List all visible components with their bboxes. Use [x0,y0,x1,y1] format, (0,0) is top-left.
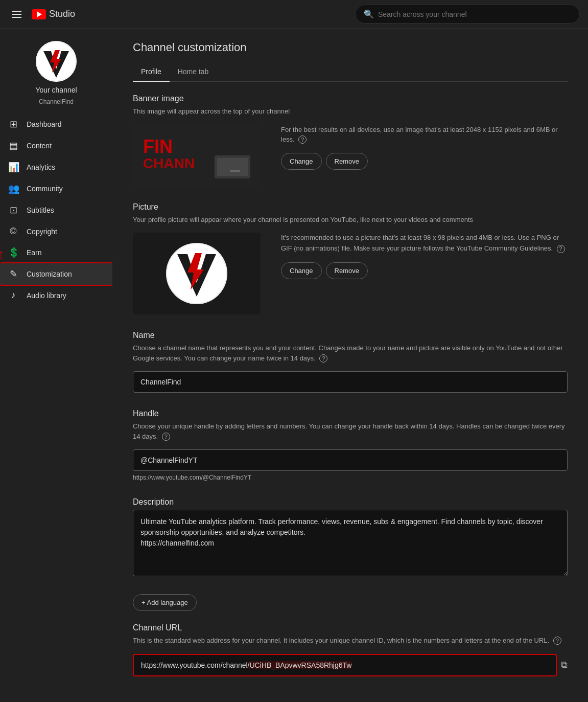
name-desc: Choose a channel name that represents yo… [133,343,568,363]
earn-icon: 💲 [8,247,18,258]
sidebar-channel-handle: ChannelFind [39,98,74,105]
copyright-icon: © [8,226,18,237]
channel-url-prefix: https://www.youtube.com/channel/ [141,661,249,669]
main-layout: Your channel ChannelFind ⊞ Dashboard ▤ C… [0,29,588,702]
avatar-image [36,41,77,82]
profile-svg [166,243,227,304]
sidebar-item-content[interactable]: ▤ Content [0,135,112,156]
sidebar-nav: ⊞ Dashboard ▤ Content 📊 Analytics 👥 Comm… [0,114,112,306]
channel-url-display: https://www.youtube.com/channel/UCiHB_BA… [133,654,557,676]
sidebar-channel-name: Your channel [35,86,77,94]
picture-btn-row: Change Remove [281,262,568,279]
handle-url: https://www.youtube.com/@ChannelFindYT [133,474,568,481]
picture-info-text: It's recommended to use a picture that's… [281,233,568,254]
sidebar-item-audio-library[interactable]: ♪ Audio library [0,285,112,306]
topbar: Studio 🔍 [0,0,588,29]
tab-profile[interactable]: Profile [133,62,170,82]
picture-title: Picture [133,202,568,212]
avatar [36,41,77,82]
sidebar-item-label: Community [27,185,63,193]
name-input[interactable] [133,371,568,393]
description-input[interactable]: Ultimate YouTube analytics platform. Tra… [133,510,568,576]
sidebar: Your channel ChannelFind ⊞ Dashboard ▤ C… [0,29,112,702]
channel-url-desc: This is the standard web address for you… [133,636,568,646]
description-section: Description Ultimate YouTube analytics p… [133,497,568,578]
banner-info-text: For the best results on all devices, use… [281,125,568,145]
page-title: Channel customization [133,41,568,54]
arrow-indicator: ↓ [0,248,5,264]
name-help-icon[interactable]: ? [319,354,327,363]
sidebar-item-earn[interactable]: 💲 Earn [0,242,112,263]
picture-info: It's recommended to use a picture that's… [281,233,568,279]
copy-icon[interactable]: ⧉ [561,660,568,670]
sidebar-item-copyright[interactable]: © Copyright [0,221,112,242]
banner-section: Banner image This image will appear acro… [133,94,568,186]
picture-desc: Your profile picture will appear where y… [133,215,568,225]
svg-text:CHANN: CHANN [143,155,195,171]
search-icon: 🔍 [364,9,374,19]
handle-section: Handle Choose your unique handle by addi… [133,409,568,481]
sidebar-item-label: Audio library [27,291,66,300]
banner-info: For the best results on all devices, use… [281,125,568,170]
channel-url-row: https://www.youtube.com/channel/UCiHB_BA… [133,654,568,676]
svg-rect-11 [230,170,240,172]
svg-rect-10 [217,158,248,176]
picture-row: It's recommended to use a picture that's… [133,233,568,314]
name-title: Name [133,331,568,340]
youtube-studio-logo: Studio [32,9,75,19]
sidebar-item-label: Dashboard [27,120,62,128]
handle-input[interactable] [133,449,568,471]
handle-desc: Choose your unique handle by adding lett… [133,421,568,441]
topbar-left: Studio [8,7,75,22]
analytics-icon: 📊 [8,162,18,173]
sidebar-item-dashboard[interactable]: ⊞ Dashboard [0,114,112,135]
picture-help-icon[interactable]: ? [557,245,565,253]
search-input[interactable] [378,10,571,18]
sidebar-item-label: Copyright [27,228,57,236]
handle-help-icon[interactable]: ? [162,433,170,441]
sidebar-item-customization[interactable]: ✎ Customization [0,263,112,285]
handle-title: Handle [133,409,568,418]
name-section: Name Choose a channel name that represen… [133,331,568,393]
channel-url-section: Channel URL This is the standard web add… [133,623,568,676]
sidebar-item-label: Earn [27,248,42,257]
content-area: Channel customization Profile Home tab B… [112,29,588,702]
tabs: Profile Home tab [133,62,568,82]
picture-remove-button[interactable]: Remove [326,262,368,279]
audio-library-icon: ♪ [8,290,18,301]
content-icon: ▤ [8,140,18,151]
sidebar-item-label: Customization [27,270,72,278]
banner-change-button[interactable]: Change [281,153,322,170]
hamburger-menu[interactable] [8,7,26,22]
banner-preview: FIN CHANN [133,125,261,186]
sidebar-channel: Your channel ChannelFind [0,33,112,109]
description-title: Description [133,497,568,507]
tab-home-tab[interactable]: Home tab [170,62,217,82]
sidebar-item-community[interactable]: 👥 Community [0,178,112,199]
picture-preview [133,233,261,314]
picture-change-button[interactable]: Change [281,262,322,279]
banner-row: FIN CHANN For the best results on all de… [133,125,568,186]
sidebar-item-label: Subtitles [27,206,54,214]
sidebar-item-label: Content [27,142,52,150]
community-icon: 👥 [8,183,18,194]
banner-remove-button[interactable]: Remove [326,153,368,170]
studio-text: Studio [49,9,75,19]
search-bar[interactable]: 🔍 [355,5,580,24]
add-language-button[interactable]: + Add language [133,594,197,611]
banner-image: FIN CHANN [133,125,261,186]
sidebar-item-subtitles[interactable]: ⊡ Subtitles [0,199,112,221]
banner-help-icon[interactable]: ? [298,135,307,144]
sidebar-item-label: Analytics [27,163,55,171]
channel-url-title: Channel URL [133,623,568,632]
channel-url-help-icon[interactable]: ? [553,637,561,645]
customization-icon: ✎ [8,268,18,280]
channel-url-id: UCiHB_BApvwvRSA58Rhjg6Tw [249,661,351,669]
profile-picture [166,243,227,304]
picture-section: Picture Your profile picture will appear… [133,202,568,315]
language-section: + Add language [133,594,568,611]
sidebar-item-analytics[interactable]: 📊 Analytics [0,156,112,178]
dashboard-icon: ⊞ [8,119,18,130]
svg-text:FIN: FIN [143,136,173,157]
subtitles-icon: ⊡ [8,205,18,216]
